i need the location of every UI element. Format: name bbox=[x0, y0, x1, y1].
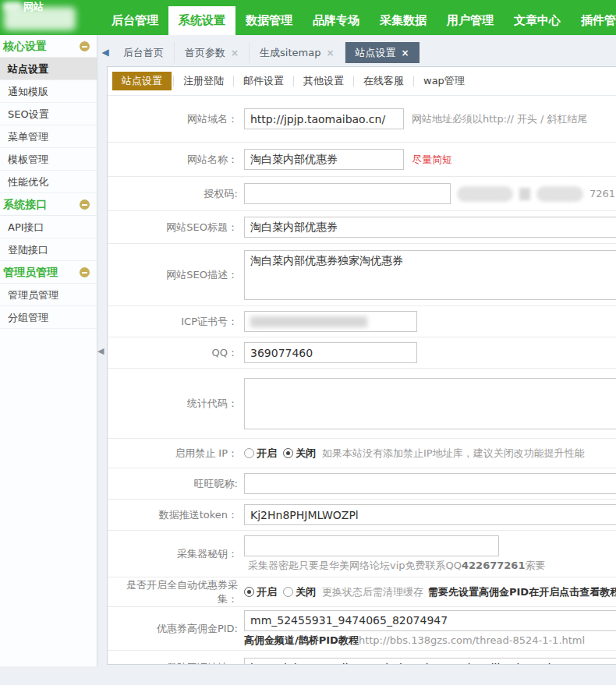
tabs-scroll-left-icon[interactable]: ◀ bbox=[97, 42, 113, 62]
nav-item-brand[interactable]: 品牌专场 bbox=[303, 6, 370, 35]
redacted-blur bbox=[536, 186, 583, 202]
collapse-minus-icon[interactable] bbox=[80, 267, 90, 277]
nav-item-data[interactable]: 数据管理 bbox=[235, 6, 303, 35]
tab-home-params[interactable]: 首页参数× bbox=[175, 42, 250, 63]
sidebar-item-admin-manage[interactable]: 管理员管理 bbox=[0, 284, 97, 306]
tab-generate-sitemap[interactable]: 生成sitemap× bbox=[250, 42, 345, 63]
logo-text: 网站 bbox=[23, 0, 44, 14]
form-row: 网站SEO标题： bbox=[108, 211, 616, 244]
redacted-blur bbox=[457, 186, 513, 202]
form-row: 优惠券高佣金PID: 高佣金频道/鹊桥PID教程http://bbs.138gz… bbox=[108, 607, 616, 651]
radio-ip-ban-off[interactable] bbox=[283, 448, 293, 458]
field-label: ICP证书号： bbox=[108, 315, 244, 329]
tab-backstage-home[interactable]: 后台首页 bbox=[113, 42, 175, 63]
license-trailing-text: 7261日 bbox=[589, 187, 616, 201]
subtab-mail[interactable]: 邮件设置 bbox=[233, 76, 293, 87]
radio-auto-collect-off[interactable] bbox=[283, 587, 293, 597]
form-row: 网站SEO描述： 淘白菜内部优惠券独家淘优惠券 bbox=[108, 244, 616, 306]
top-nav: 网站 后台管理 系统设置 数据管理 品牌专场 采集数据 用户管理 文章中心 插件… bbox=[0, 0, 616, 35]
field-hint: 网站地址必须以http:// 开头 / 斜杠结尾 bbox=[412, 112, 588, 126]
open-tabs-bar: ◀ 后台首页 首页参数× 生成sitemap× 站点设置× bbox=[97, 35, 616, 66]
license-code-input[interactable] bbox=[244, 183, 451, 204]
form-row: 网站域名： 网站地址必须以http:// 开头 / 斜杠结尾 bbox=[108, 96, 616, 143]
field-hint: 如果本站没有添加禁止IP地址库，建议关闭改功能提升性能 bbox=[322, 447, 585, 461]
nav-item-users[interactable]: 用户管理 bbox=[437, 6, 504, 35]
sidebar-group-api[interactable]: 系统接口 bbox=[0, 193, 97, 216]
site-domain-input[interactable] bbox=[244, 108, 404, 129]
field-label: QQ登陆回调地址： bbox=[108, 661, 244, 665]
field-label: 数据推送token： bbox=[108, 508, 244, 522]
push-token-input[interactable] bbox=[244, 504, 616, 525]
sidebar-collapse-icon[interactable]: ◀ bbox=[97, 346, 104, 356]
field-hint: 高佣金频道/鹊桥PID教程http://bbs.138gzs.com/threa… bbox=[244, 634, 616, 648]
sidebar-item-seo[interactable]: SEO设置 bbox=[0, 103, 97, 125]
field-hint-dark[interactable]: 需要先设置高佣金PID在开启点击查看教程 bbox=[428, 585, 616, 599]
close-icon[interactable]: × bbox=[402, 48, 409, 58]
sidebar-item-login-api[interactable]: 登陆接口 bbox=[0, 238, 97, 261]
radio-auto-collect-on[interactable] bbox=[244, 587, 254, 597]
subtab-register-login[interactable]: 注册登陆 bbox=[173, 76, 233, 87]
field-label: 授权码: bbox=[108, 187, 244, 201]
field-label: 网站名称： bbox=[108, 153, 244, 167]
field-label: 网站SEO标题： bbox=[108, 221, 244, 235]
radio-label[interactable]: 关闭 bbox=[296, 585, 316, 599]
analytics-code-textarea[interactable] bbox=[244, 378, 616, 429]
site-name-input[interactable] bbox=[244, 149, 404, 170]
collapse-minus-icon[interactable] bbox=[80, 199, 90, 210]
field-label: 优惠券高佣金PID: bbox=[108, 622, 244, 636]
field-hint: 采集器密匙只要是华美网络论坛vip免费联系QQ422677261索要 bbox=[244, 559, 545, 573]
form-row: ICP证书号： bbox=[108, 306, 616, 337]
radio-label[interactable]: 关闭 bbox=[296, 447, 316, 461]
collapse-minus-icon[interactable] bbox=[80, 41, 90, 51]
form-row: 网站名称： 尽量简短 bbox=[108, 143, 616, 177]
subtab-site-settings[interactable]: 站点设置 bbox=[112, 72, 172, 90]
field-hint-red: 尽量简短 bbox=[412, 153, 452, 167]
nav-item-collect[interactable]: 采集数据 bbox=[370, 6, 437, 35]
form-row: 采集器秘钥： 采集器密匙只要是华美网络论坛vip免费联系QQ422677261索… bbox=[108, 531, 616, 577]
field-label: 采集器秘钥： bbox=[108, 547, 244, 561]
nav-item-articles[interactable]: 文章中心 bbox=[504, 6, 571, 35]
sidebar-item-group-manage[interactable]: 分组管理 bbox=[0, 306, 97, 329]
collector-key-input[interactable] bbox=[244, 535, 499, 556]
sidebar-group-core[interactable]: 核心设置 bbox=[0, 35, 97, 58]
nav-item-plugins[interactable]: 插件管理 bbox=[571, 6, 616, 35]
tab-site-settings[interactable]: 站点设置× bbox=[345, 42, 420, 63]
form-row: QQ： bbox=[108, 337, 616, 369]
field-label: 网站SEO描述： bbox=[108, 268, 244, 282]
seo-title-input[interactable] bbox=[244, 217, 616, 238]
sidebar-item-api[interactable]: API接口 bbox=[0, 216, 97, 238]
sidebar-item-site-settings[interactable]: 站点设置 bbox=[0, 58, 97, 80]
form-row: 授权码: 7261日 bbox=[108, 177, 616, 211]
form-row: 启用禁止 IP： 开启 关闭 如果本站没有添加禁止IP地址库，建议关闭改功能提升… bbox=[108, 439, 616, 468]
qq-input[interactable] bbox=[244, 342, 417, 363]
form-row: 旺旺昵称: bbox=[108, 468, 616, 500]
sidebar-group-admin[interactable]: 管理员管理 bbox=[0, 261, 97, 284]
qq-callback-url-input[interactable] bbox=[244, 658, 616, 666]
site-logo: 网站 bbox=[0, 0, 101, 35]
form-row: QQ登陆回调地址： bbox=[108, 651, 616, 665]
coupon-pid-input[interactable] bbox=[244, 610, 616, 631]
field-label: 网站域名： bbox=[108, 112, 244, 126]
nav-item-system-settings[interactable]: 系统设置 bbox=[168, 6, 235, 35]
radio-label[interactable]: 开启 bbox=[257, 447, 277, 461]
field-label: 是否开启全自动优惠券采集： bbox=[108, 578, 244, 606]
nav-item-backstage[interactable]: 后台管理 bbox=[101, 6, 168, 35]
seo-description-textarea[interactable]: 淘白菜内部优惠券独家淘优惠券 bbox=[244, 250, 616, 300]
subtab-online-service[interactable]: 在线客服 bbox=[353, 76, 413, 87]
subtab-wap[interactable]: wap管理 bbox=[413, 76, 474, 87]
sidebar: 核心设置 站点设置 通知模版 SEO设置 菜单管理 模板管理 性能优化 系统接口… bbox=[0, 35, 97, 666]
radio-ip-ban-on[interactable] bbox=[244, 448, 254, 458]
field-hint: 更换状态后需清理缓存 bbox=[322, 585, 423, 599]
radio-label[interactable]: 开启 bbox=[257, 585, 277, 599]
sidebar-item-menu[interactable]: 菜单管理 bbox=[0, 125, 97, 148]
form-row: 数据推送token： bbox=[108, 500, 616, 531]
close-icon[interactable]: × bbox=[231, 48, 239, 58]
sidebar-item-performance[interactable]: 性能优化 bbox=[0, 171, 97, 193]
wangwang-nickname-input[interactable] bbox=[244, 473, 616, 494]
subtab-other[interactable]: 其他设置 bbox=[293, 76, 353, 87]
sidebar-item-notice-template[interactable]: 通知模版 bbox=[0, 80, 97, 103]
sidebar-item-template[interactable]: 模板管理 bbox=[0, 148, 97, 171]
field-label: 启用禁止 IP： bbox=[108, 447, 244, 461]
close-icon[interactable]: × bbox=[326, 48, 334, 58]
redacted-blur bbox=[519, 188, 530, 200]
